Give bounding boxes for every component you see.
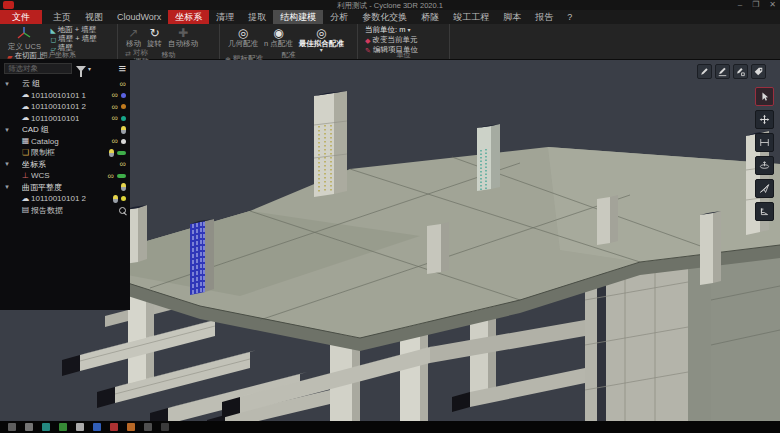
application-window: 利用测试 - Cyclone 3DR 2020.1 – ❐ ✕ 文件主页视图Cl…: [0, 0, 780, 433]
title-bar: 利用测试 - Cyclone 3DR 2020.1 – ❐ ✕: [0, 0, 780, 10]
pan-button[interactable]: [755, 110, 774, 129]
tab-文件[interactable]: 文件: [0, 10, 42, 24]
tab-结构建模[interactable]: 结构建模: [273, 10, 323, 24]
light-bulb-icon[interactable]: [121, 183, 126, 191]
tab-参数化交换[interactable]: 参数化交换: [355, 10, 414, 24]
tab-竣工工程[interactable]: 竣工工程: [446, 10, 496, 24]
tree-row-报告数据[interactable]: ▤ 报告数据: [0, 205, 130, 217]
project-tree-panel: ▾ ≡ ▾ 云 组 ∞ ☁ 10110010101 1 ∞ ☁ 10110010…: [0, 60, 130, 310]
filter-caret-icon[interactable]: ▾: [88, 65, 91, 72]
tree-row-限制框[interactable]: ❏ 限制框: [0, 147, 130, 159]
annotation-edit-icon: [717, 66, 728, 77]
color-dot[interactable]: [121, 104, 126, 109]
tree-row-云 组[interactable]: ▾ 云 组 ∞: [0, 78, 130, 90]
ucs-ground-wall-button[interactable]: ◣地面 + 墙壁: [50, 26, 96, 34]
tree-row-10110010101 1[interactable]: ☁ 10110010101 1 ∞: [0, 90, 130, 102]
taskbar-app-icon-2[interactable]: [42, 423, 50, 431]
visibility-glasses-icon[interactable]: ∞: [108, 172, 114, 180]
taskbar-app-icon-4[interactable]: [76, 423, 84, 431]
taskbar-app-icon-1[interactable]: [25, 423, 33, 431]
tree-row-Catalog[interactable]: ▦ Catalog ∞: [0, 136, 130, 148]
visibility-glasses-icon[interactable]: ∞: [112, 114, 118, 122]
pan-icon: [759, 114, 770, 125]
tree-row-坐标系[interactable]: ▾ 坐标系 ∞: [0, 159, 130, 171]
restore-button[interactable]: ❐: [752, 0, 759, 10]
align-item-button[interactable]: ◎几何配准: [228, 26, 258, 48]
orbit-button[interactable]: [755, 156, 774, 175]
tree-row-10110010101 2[interactable]: ☁ 10110010101 2: [0, 193, 130, 205]
close-button[interactable]: ✕: [769, 0, 776, 10]
color-dot[interactable]: [121, 139, 126, 144]
catalog-icon: ▦: [20, 136, 31, 146]
axis-triad-icon: [16, 26, 32, 43]
ground-wall-icon: ◣: [50, 27, 55, 34]
旋转-button[interactable]: ↻旋转: [147, 26, 162, 48]
light-bulb-icon[interactable]: [109, 149, 114, 157]
filter-objects-input[interactable]: [4, 63, 72, 74]
taskbar-app-icon-9[interactable]: [161, 423, 169, 431]
visibility-glasses-icon[interactable]: ∞: [112, 137, 118, 145]
align-item-button[interactable]: ◉n 点配准: [264, 26, 293, 48]
fly-button[interactable]: [755, 179, 774, 198]
tab-提取[interactable]: 提取: [241, 10, 273, 24]
orbit-icon: [759, 160, 770, 171]
define-ucs-button[interactable]: 定义 UCS: [8, 26, 41, 51]
tree-row-WCS[interactable]: ⊥ WCS ∞: [0, 170, 130, 182]
alignment-pin-icon: ◉: [273, 26, 283, 40]
color-dot[interactable]: [121, 116, 126, 121]
toggle-pill[interactable]: [117, 151, 126, 155]
taskbar-app-icon-7[interactable]: [127, 423, 135, 431]
tab-报告[interactable]: 报告: [528, 10, 560, 24]
tab-?[interactable]: ?: [560, 10, 579, 24]
magnifier-icon[interactable]: [119, 207, 126, 214]
annotation-erase-button[interactable]: [733, 64, 748, 79]
自动移动-button[interactable]: ✚自动移动: [168, 26, 198, 48]
align-item-button[interactable]: ◎最佳拟合配准▾: [299, 26, 344, 53]
tree-row-10110010101 2[interactable]: ☁ 10110010101 2 ∞: [0, 101, 130, 113]
tree-row-曲面平整度[interactable]: ▾ 曲面平整度: [0, 182, 130, 194]
panel-menu-icon[interactable]: ≡: [118, 64, 126, 74]
light-bulb-icon[interactable]: [121, 126, 126, 134]
light-bulb-icon[interactable]: [113, 195, 118, 203]
taskbar-app-icon-5[interactable]: [93, 423, 101, 431]
taskbar-app-icon-0[interactable]: [8, 423, 16, 431]
minimize-button[interactable]: –: [738, 0, 742, 10]
移动-button[interactable]: ↗移动: [126, 26, 141, 48]
annotation-edit-button[interactable]: [715, 64, 730, 79]
tree-expander[interactable]: ▾: [3, 126, 11, 134]
tab-脚本[interactable]: 脚本: [496, 10, 528, 24]
taskbar-app-icon-6[interactable]: [110, 423, 118, 431]
tab-CloudWorx[interactable]: CloudWorx: [110, 10, 168, 24]
filter-icon[interactable]: [76, 66, 86, 72]
color-dot[interactable]: [121, 93, 126, 98]
tab-清理[interactable]: 清理: [209, 10, 241, 24]
walk-button[interactable]: [755, 202, 774, 221]
tab-主页[interactable]: 主页: [46, 10, 78, 24]
ribbon: 定义 UCS ◣地面 + 墙壁 ◻墙壁 + 墙壁 ▱墙壁 ▰在切面上 ∴2 点 …: [0, 24, 780, 60]
visibility-glasses-icon[interactable]: ∞: [112, 103, 118, 111]
annotation-pen-button[interactable]: [697, 64, 712, 79]
tab-bar: 文件主页视图CloudWorx坐标系清理提取结构建模分析参数化交换桥隧竣工工程脚…: [0, 10, 780, 24]
toggle-pill[interactable]: [117, 174, 126, 178]
tab-视图[interactable]: 视图: [78, 10, 110, 24]
tab-坐标系[interactable]: 坐标系: [168, 10, 209, 24]
tab-桥隧[interactable]: 桥隧: [414, 10, 446, 24]
measure-button[interactable]: [755, 133, 774, 152]
visibility-glasses-icon[interactable]: ∞: [120, 80, 126, 88]
select-cursor-button[interactable]: [755, 87, 774, 106]
tree-expander[interactable]: ▾: [3, 183, 11, 191]
tree-row-CAD 组[interactable]: ▾ CAD 组: [0, 124, 130, 136]
tab-分析[interactable]: 分析: [323, 10, 355, 24]
color-dot[interactable]: [121, 196, 126, 201]
tree-row-10110010101[interactable]: ☁ 10110010101 ∞: [0, 113, 130, 125]
ucs-wall-wall-button[interactable]: ◻墙壁 + 墙壁: [50, 35, 96, 43]
tag-button[interactable]: [751, 64, 766, 79]
taskbar-app-icon-3[interactable]: [59, 423, 67, 431]
visibility-glasses-icon[interactable]: ∞: [112, 91, 118, 99]
change-unit-icon: ◆: [365, 37, 370, 44]
visibility-glasses-icon[interactable]: ∞: [120, 160, 126, 168]
tree-expander[interactable]: ▾: [3, 160, 11, 168]
taskbar-app-icon-8[interactable]: [144, 423, 152, 431]
tree-expander[interactable]: ▾: [3, 80, 11, 88]
change-current-unit-button[interactable]: ◆改变当前单元: [365, 36, 418, 44]
